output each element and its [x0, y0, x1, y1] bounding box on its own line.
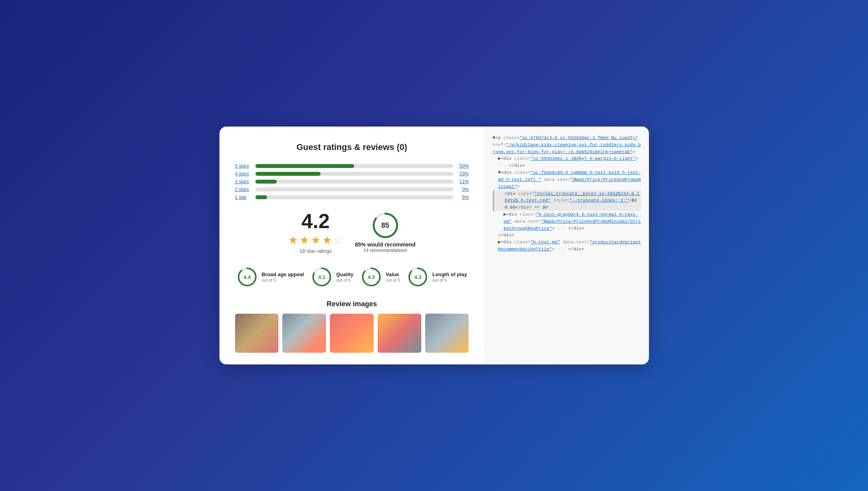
- bar-row: 3 stars 11%: [235, 179, 469, 184]
- metric-broad-age: 4.4 Broad age appeal out of 5: [237, 266, 304, 287]
- code-line[interactable]: ▶<div class="h-text-grayDark h-text-norm…: [493, 211, 641, 232]
- rating-count: 18 star ratings: [288, 248, 343, 254]
- metric-quality: 4.1 Quality out of 5: [311, 266, 353, 287]
- bar-label[interactable]: 1 star: [235, 195, 251, 200]
- metric-value: 4.1: [318, 274, 325, 280]
- metric-label: Length of play: [432, 271, 467, 278]
- review-image-2[interactable]: [282, 314, 326, 353]
- bar-pct[interactable]: 11%: [457, 179, 469, 184]
- review-image-4[interactable]: [378, 314, 421, 353]
- recommendation-number: 85: [381, 221, 389, 230]
- star-icon: ★: [288, 234, 298, 246]
- review-images-title: Review images: [235, 300, 469, 308]
- code-line[interactable]: </div>: [493, 232, 641, 239]
- metric-circle: 4.1: [311, 266, 332, 287]
- bar-track: [255, 195, 453, 199]
- bar-fill: [255, 195, 267, 199]
- metric-sub: out of 5: [262, 278, 304, 282]
- metric-sub: out of 5: [386, 278, 400, 282]
- bar-track: [255, 172, 453, 176]
- metric-label: Value: [386, 271, 400, 278]
- star-icon: ★: [299, 234, 309, 246]
- overall-section: 4.2 ★★★★☆ 18 star ratings 85 85% would r…: [235, 211, 469, 254]
- code-panel: ▼<a class="sc-676073c3-0 sc-503639ec-3 f…: [485, 127, 649, 364]
- metric-circle: 4.3: [407, 266, 428, 287]
- bar-row: 1 star 6%: [235, 195, 469, 200]
- bar-track: [255, 164, 453, 168]
- metric-label: Broad age appeal: [262, 271, 304, 278]
- bar-label[interactable]: 5 stars: [235, 163, 251, 169]
- code-line[interactable]: ▶<div class="h-text-md" data-test="produ…: [493, 239, 641, 253]
- metric-length: 4.3 Length of play out of 5: [407, 266, 467, 287]
- bar-pct[interactable]: 33%: [457, 171, 469, 177]
- left-panel: Guest ratings & reviews (0) 5 stars 50% …: [219, 127, 485, 364]
- recommend-text: 85% would recommend: [355, 241, 416, 248]
- bar-label[interactable]: 4 stars: [235, 171, 251, 177]
- bar-track: [255, 180, 453, 184]
- bar-pct[interactable]: 6%: [457, 195, 469, 200]
- metric-circle: 4.3: [361, 266, 382, 287]
- review-images-section: Review images: [235, 300, 469, 353]
- main-card: Guest ratings & reviews (0) 5 stars 50% …: [219, 127, 649, 364]
- bar-fill: [255, 164, 355, 168]
- star-bars: 5 stars 50% 4 stars 33% 3 stars 11% 2 st…: [235, 163, 469, 200]
- bar-label[interactable]: 3 stars: [235, 179, 251, 184]
- metric-value: 4.4: [244, 274, 251, 280]
- code-line[interactable]: ▶<div class="sc-503639ec-1 iBZRyT h-marg…: [493, 155, 641, 169]
- overall-rating: 4.2 ★★★★☆ 18 star ratings: [288, 211, 343, 254]
- metric-circle: 4.4: [237, 266, 258, 287]
- bar-pct[interactable]: 0%: [457, 187, 469, 192]
- code-line[interactable]: ▼<a class="sc-676073c3-0 sc-503639ec-3 f…: [493, 134, 641, 155]
- images-row: [235, 314, 469, 353]
- bar-row: 4 stars 33%: [235, 171, 469, 177]
- bar-pct[interactable]: 50%: [457, 163, 469, 169]
- stars-row: ★★★★☆: [288, 234, 343, 246]
- star-icon: ★: [311, 234, 321, 246]
- code-line[interactable]: ▼<div class="sc-fa3e9c89-0 cgBNmm h-text…: [493, 169, 641, 190]
- recommendation-section: 85 85% would recommend 14 recommendation…: [355, 212, 416, 253]
- metric-sub: out of 5: [432, 278, 467, 282]
- bar-fill: [255, 180, 277, 184]
- bar-track: [255, 187, 453, 191]
- section-title: Guest ratings & reviews (0): [235, 142, 469, 152]
- review-image-5[interactable]: [425, 314, 469, 353]
- review-image-1[interactable]: [235, 314, 279, 353]
- metric-sub: out of 5: [336, 278, 353, 282]
- metric-value: 4.3: [414, 274, 421, 280]
- recommendation-circle: 85: [372, 212, 399, 239]
- metric-value: 4.3 Value out of 5: [361, 266, 400, 287]
- bar-fill: [255, 172, 321, 176]
- code-line[interactable]: <div class="styles_truncate__Eorq7 sc-4d…: [493, 190, 641, 211]
- rating-number: 4.2: [288, 211, 343, 231]
- bar-row: 2 stars 0%: [235, 187, 469, 192]
- review-image-3[interactable]: [330, 314, 374, 353]
- star-icon: ★: [322, 234, 332, 246]
- metric-label: Quality: [336, 271, 353, 278]
- metric-value: 4.3: [368, 274, 375, 280]
- bar-row: 5 stars 50%: [235, 163, 469, 169]
- recommend-sub: 14 recommendations: [355, 248, 416, 253]
- star-icon: ☆: [333, 234, 343, 246]
- bar-label[interactable]: 2 stars: [235, 187, 251, 192]
- metrics-row: 4.4 Broad age appeal out of 5 4.1 Qualit…: [235, 266, 469, 287]
